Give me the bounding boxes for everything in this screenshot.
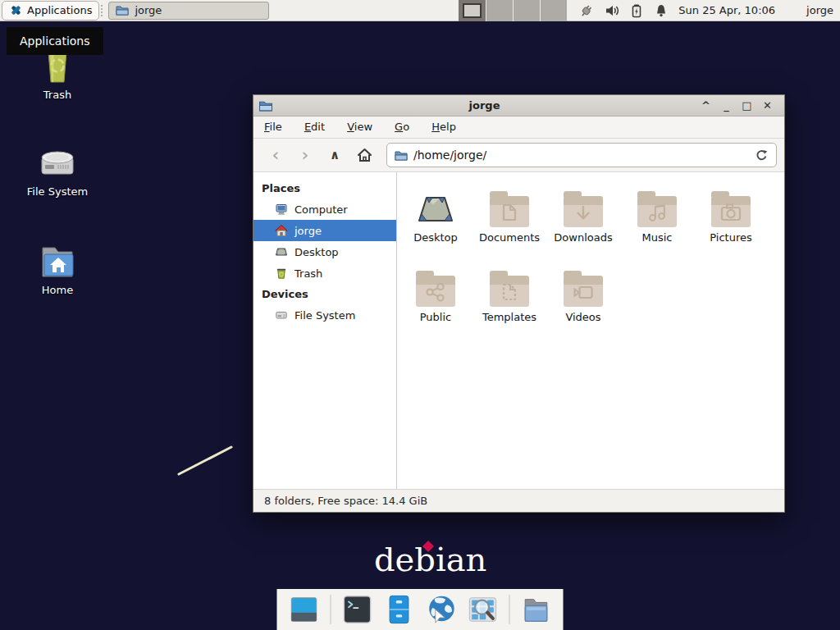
panel-handle[interactable] (101, 5, 107, 16)
window-titlebar[interactable]: jorge ^ _ □ ✕ (253, 95, 784, 116)
audio-volume-icon[interactable] (605, 3, 619, 18)
file-manager-window: jorge ^ _ □ ✕ File Edit View Go Help ‹ ›… (253, 94, 785, 513)
menubar: File Edit View Go Help (253, 116, 784, 139)
folder-videos-icon (564, 276, 603, 307)
desktop-icon (275, 245, 288, 258)
cursor-trail-line (174, 441, 238, 479)
dock-separator (509, 595, 510, 624)
desktop-icon-home[interactable]: Home (15, 236, 100, 296)
desktop-icon-label: File System (15, 185, 100, 198)
file-item-documents[interactable]: Documents (472, 185, 546, 264)
menu-go[interactable]: Go (386, 116, 418, 138)
file-item-label: Music (642, 231, 673, 244)
applications-tooltip: Applications (7, 27, 103, 55)
close-button[interactable]: ✕ (757, 99, 778, 112)
taskbar-window-label: jorge (135, 4, 162, 16)
reload-icon[interactable] (755, 148, 769, 162)
sidebar-item-desktop[interactable]: Desktop (253, 241, 396, 262)
menu-edit[interactable]: Edit (295, 116, 334, 138)
file-item-label: Templates (482, 311, 536, 323)
file-item-templates[interactable]: Templates (472, 264, 546, 344)
file-item-pictures[interactable]: Pictures (694, 185, 768, 264)
power-plug-icon[interactable] (578, 3, 595, 18)
taskbar-window-button[interactable]: jorge (108, 2, 269, 20)
file-item-music[interactable]: Music (620, 185, 694, 264)
file-list: Desktop Documents (397, 172, 784, 489)
menu-view[interactable]: View (338, 116, 381, 138)
notification-bell-icon[interactable] (654, 3, 669, 18)
workspace-cell-2[interactable] (486, 0, 513, 21)
toolbar: ‹ › ∧ /home/jorge/ (253, 139, 784, 172)
sidebar-places-header: Places (253, 178, 396, 199)
minimize-button[interactable]: _ (716, 99, 737, 112)
menu-help[interactable]: Help (422, 116, 465, 138)
show-desktop-icon (289, 594, 320, 625)
folder-icon (116, 4, 129, 16)
computer-icon (275, 203, 288, 216)
file-item-label: Videos (565, 311, 600, 323)
file-item-videos[interactable]: Videos (546, 264, 620, 344)
web-browser-globe-icon (426, 594, 457, 625)
file-item-desktop[interactable]: Desktop (399, 185, 472, 264)
up-icon: ∧ (330, 149, 340, 162)
shade-button[interactable]: ^ (696, 99, 716, 112)
sidebar-item-computer[interactable]: Computer (253, 199, 396, 220)
desktop-icon-label: Home (15, 284, 100, 296)
workspace-cell-1[interactable] (459, 0, 486, 21)
workspace-pager[interactable] (459, 0, 567, 21)
file-item-downloads[interactable]: Downloads (546, 185, 620, 264)
up-button[interactable]: ∧ (320, 143, 349, 167)
web-browser-launcher[interactable] (426, 594, 457, 625)
show-desktop-button[interactable] (289, 594, 320, 625)
sidebar-item-label: Desktop (294, 246, 339, 258)
desktop-icon-file-system[interactable]: File System (15, 138, 100, 198)
workspace-cell-4[interactable] (540, 0, 567, 21)
applications-menu-button[interactable]: Applications (2, 1, 99, 21)
panel-clock[interactable]: Sun 25 Apr, 10:06 (678, 4, 775, 16)
folder-templates-icon (490, 276, 529, 307)
file-manager-launcher[interactable] (384, 594, 415, 625)
sidebar-item-jorge[interactable]: jorge (253, 220, 396, 241)
sidebar: Places Computer jorge (253, 172, 397, 489)
sidebar-item-file-system[interactable]: File System (253, 304, 396, 326)
file-item-label: Desktop (413, 231, 458, 244)
file-item-label: Documents (479, 231, 540, 244)
forward-button[interactable]: › (290, 143, 320, 167)
file-item-label: Pictures (710, 231, 751, 244)
sidebar-item-label: Computer (294, 203, 348, 216)
folder-launcher[interactable] (521, 594, 552, 625)
panel-user-label[interactable]: jorge (806, 4, 833, 16)
file-item-public[interactable]: Public (399, 264, 472, 344)
workspace-cell-3[interactable] (513, 0, 540, 21)
sidebar-item-trash[interactable]: Trash (253, 262, 396, 284)
terminal-launcher[interactable] (342, 594, 373, 625)
forward-icon: › (302, 146, 309, 164)
file-cabinet-icon (384, 594, 415, 625)
open-folder-icon (521, 594, 552, 625)
xfce-applications-icon (9, 3, 23, 17)
home-folder-icon (15, 236, 100, 281)
home-icon (356, 147, 373, 163)
workspace-window-miniature (463, 3, 482, 18)
dock-separator (331, 595, 331, 624)
debian-wordmark: debian (374, 541, 486, 578)
file-item-label: Downloads (554, 231, 612, 244)
maximize-button[interactable]: □ (737, 99, 757, 112)
application-finder-launcher[interactable] (468, 594, 499, 625)
address-bar[interactable]: /home/jorge/ (386, 143, 777, 167)
address-path[interactable]: /home/jorge/ (413, 148, 749, 162)
desktop-special-icon (413, 185, 459, 227)
statusbar: 8 folders, Free space: 14.4 GiB (253, 489, 784, 512)
battery-charging-icon[interactable] (629, 3, 644, 18)
applications-menu-label: Applications (27, 4, 92, 16)
back-button[interactable]: ‹ (261, 143, 290, 167)
folder-music-icon (637, 196, 677, 227)
folder-downloads-icon (564, 196, 603, 227)
sidebar-item-label: jorge (294, 225, 322, 237)
window-body: Places Computer jorge (253, 172, 784, 489)
window-controls: ^ _ □ ✕ (696, 99, 778, 112)
folder-icon (395, 149, 408, 162)
hard-drive-icon (275, 308, 288, 322)
home-button[interactable] (349, 143, 379, 167)
menu-file[interactable]: File (255, 116, 291, 138)
